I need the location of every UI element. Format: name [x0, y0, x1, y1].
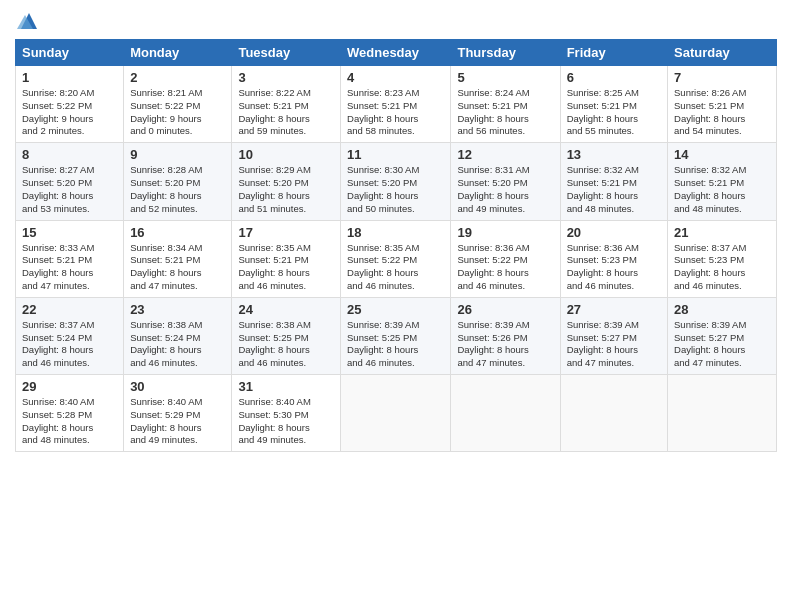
day-number: 14	[674, 147, 770, 162]
day-info: Sunrise: 8:20 AM Sunset: 5:22 PM Dayligh…	[22, 87, 117, 138]
day-number: 2	[130, 70, 225, 85]
calendar-week-row: 1Sunrise: 8:20 AM Sunset: 5:22 PM Daylig…	[16, 66, 777, 143]
day-number: 11	[347, 147, 444, 162]
day-info: Sunrise: 8:40 AM Sunset: 5:28 PM Dayligh…	[22, 396, 117, 447]
col-header-sunday: Sunday	[16, 40, 124, 66]
header	[15, 10, 777, 31]
day-info: Sunrise: 8:39 AM Sunset: 5:27 PM Dayligh…	[567, 319, 661, 370]
calendar-cell: 5Sunrise: 8:24 AM Sunset: 5:21 PM Daylig…	[451, 66, 560, 143]
calendar-week-row: 8Sunrise: 8:27 AM Sunset: 5:20 PM Daylig…	[16, 143, 777, 220]
calendar-cell: 9Sunrise: 8:28 AM Sunset: 5:20 PM Daylig…	[124, 143, 232, 220]
day-number: 12	[457, 147, 553, 162]
calendar-cell: 20Sunrise: 8:36 AM Sunset: 5:23 PM Dayli…	[560, 220, 667, 297]
calendar-cell: 27Sunrise: 8:39 AM Sunset: 5:27 PM Dayli…	[560, 297, 667, 374]
day-number: 18	[347, 225, 444, 240]
day-info: Sunrise: 8:25 AM Sunset: 5:21 PM Dayligh…	[567, 87, 661, 138]
calendar-cell: 23Sunrise: 8:38 AM Sunset: 5:24 PM Dayli…	[124, 297, 232, 374]
col-header-wednesday: Wednesday	[341, 40, 451, 66]
calendar-header-row: SundayMondayTuesdayWednesdayThursdayFrid…	[16, 40, 777, 66]
calendar-cell: 3Sunrise: 8:22 AM Sunset: 5:21 PM Daylig…	[232, 66, 341, 143]
col-header-tuesday: Tuesday	[232, 40, 341, 66]
day-info: Sunrise: 8:38 AM Sunset: 5:24 PM Dayligh…	[130, 319, 225, 370]
calendar-cell: 30Sunrise: 8:40 AM Sunset: 5:29 PM Dayli…	[124, 375, 232, 452]
day-info: Sunrise: 8:34 AM Sunset: 5:21 PM Dayligh…	[130, 242, 225, 293]
day-number: 16	[130, 225, 225, 240]
day-number: 30	[130, 379, 225, 394]
col-header-monday: Monday	[124, 40, 232, 66]
day-number: 28	[674, 302, 770, 317]
calendar-cell: 17Sunrise: 8:35 AM Sunset: 5:21 PM Dayli…	[232, 220, 341, 297]
day-number: 8	[22, 147, 117, 162]
col-header-friday: Friday	[560, 40, 667, 66]
day-number: 6	[567, 70, 661, 85]
day-number: 31	[238, 379, 334, 394]
day-number: 5	[457, 70, 553, 85]
day-info: Sunrise: 8:22 AM Sunset: 5:21 PM Dayligh…	[238, 87, 334, 138]
col-header-thursday: Thursday	[451, 40, 560, 66]
calendar-cell: 21Sunrise: 8:37 AM Sunset: 5:23 PM Dayli…	[668, 220, 777, 297]
day-info: Sunrise: 8:37 AM Sunset: 5:24 PM Dayligh…	[22, 319, 117, 370]
day-info: Sunrise: 8:35 AM Sunset: 5:21 PM Dayligh…	[238, 242, 334, 293]
calendar-cell: 26Sunrise: 8:39 AM Sunset: 5:26 PM Dayli…	[451, 297, 560, 374]
day-number: 9	[130, 147, 225, 162]
calendar-cell: 10Sunrise: 8:29 AM Sunset: 5:20 PM Dayli…	[232, 143, 341, 220]
calendar-cell: 22Sunrise: 8:37 AM Sunset: 5:24 PM Dayli…	[16, 297, 124, 374]
calendar-week-row: 22Sunrise: 8:37 AM Sunset: 5:24 PM Dayli…	[16, 297, 777, 374]
day-info: Sunrise: 8:37 AM Sunset: 5:23 PM Dayligh…	[674, 242, 770, 293]
day-info: Sunrise: 8:26 AM Sunset: 5:21 PM Dayligh…	[674, 87, 770, 138]
calendar: SundayMondayTuesdayWednesdayThursdayFrid…	[15, 39, 777, 452]
calendar-cell	[668, 375, 777, 452]
day-number: 19	[457, 225, 553, 240]
day-number: 27	[567, 302, 661, 317]
calendar-cell: 28Sunrise: 8:39 AM Sunset: 5:27 PM Dayli…	[668, 297, 777, 374]
day-info: Sunrise: 8:39 AM Sunset: 5:26 PM Dayligh…	[457, 319, 553, 370]
calendar-cell: 2Sunrise: 8:21 AM Sunset: 5:22 PM Daylig…	[124, 66, 232, 143]
calendar-cell: 14Sunrise: 8:32 AM Sunset: 5:21 PM Dayli…	[668, 143, 777, 220]
day-number: 10	[238, 147, 334, 162]
logo	[15, 10, 41, 31]
day-number: 23	[130, 302, 225, 317]
day-info: Sunrise: 8:27 AM Sunset: 5:20 PM Dayligh…	[22, 164, 117, 215]
calendar-cell	[341, 375, 451, 452]
calendar-cell: 31Sunrise: 8:40 AM Sunset: 5:30 PM Dayli…	[232, 375, 341, 452]
calendar-cell	[560, 375, 667, 452]
calendar-cell: 25Sunrise: 8:39 AM Sunset: 5:25 PM Dayli…	[341, 297, 451, 374]
day-info: Sunrise: 8:39 AM Sunset: 5:25 PM Dayligh…	[347, 319, 444, 370]
calendar-cell	[451, 375, 560, 452]
day-info: Sunrise: 8:32 AM Sunset: 5:21 PM Dayligh…	[674, 164, 770, 215]
calendar-week-row: 15Sunrise: 8:33 AM Sunset: 5:21 PM Dayli…	[16, 220, 777, 297]
col-header-saturday: Saturday	[668, 40, 777, 66]
day-info: Sunrise: 8:30 AM Sunset: 5:20 PM Dayligh…	[347, 164, 444, 215]
calendar-cell: 8Sunrise: 8:27 AM Sunset: 5:20 PM Daylig…	[16, 143, 124, 220]
day-number: 22	[22, 302, 117, 317]
logo-icon	[17, 11, 41, 31]
day-info: Sunrise: 8:36 AM Sunset: 5:22 PM Dayligh…	[457, 242, 553, 293]
day-number: 17	[238, 225, 334, 240]
day-number: 1	[22, 70, 117, 85]
day-number: 15	[22, 225, 117, 240]
day-info: Sunrise: 8:31 AM Sunset: 5:20 PM Dayligh…	[457, 164, 553, 215]
day-info: Sunrise: 8:24 AM Sunset: 5:21 PM Dayligh…	[457, 87, 553, 138]
day-number: 25	[347, 302, 444, 317]
calendar-cell: 16Sunrise: 8:34 AM Sunset: 5:21 PM Dayli…	[124, 220, 232, 297]
calendar-cell: 15Sunrise: 8:33 AM Sunset: 5:21 PM Dayli…	[16, 220, 124, 297]
calendar-week-row: 29Sunrise: 8:40 AM Sunset: 5:28 PM Dayli…	[16, 375, 777, 452]
day-info: Sunrise: 8:39 AM Sunset: 5:27 PM Dayligh…	[674, 319, 770, 370]
day-info: Sunrise: 8:38 AM Sunset: 5:25 PM Dayligh…	[238, 319, 334, 370]
calendar-cell: 29Sunrise: 8:40 AM Sunset: 5:28 PM Dayli…	[16, 375, 124, 452]
day-info: Sunrise: 8:29 AM Sunset: 5:20 PM Dayligh…	[238, 164, 334, 215]
calendar-cell: 12Sunrise: 8:31 AM Sunset: 5:20 PM Dayli…	[451, 143, 560, 220]
page: SundayMondayTuesdayWednesdayThursdayFrid…	[0, 0, 792, 612]
calendar-cell: 11Sunrise: 8:30 AM Sunset: 5:20 PM Dayli…	[341, 143, 451, 220]
day-info: Sunrise: 8:32 AM Sunset: 5:21 PM Dayligh…	[567, 164, 661, 215]
day-number: 3	[238, 70, 334, 85]
day-number: 21	[674, 225, 770, 240]
day-number: 20	[567, 225, 661, 240]
day-info: Sunrise: 8:40 AM Sunset: 5:30 PM Dayligh…	[238, 396, 334, 447]
day-info: Sunrise: 8:40 AM Sunset: 5:29 PM Dayligh…	[130, 396, 225, 447]
calendar-cell: 1Sunrise: 8:20 AM Sunset: 5:22 PM Daylig…	[16, 66, 124, 143]
day-number: 29	[22, 379, 117, 394]
day-number: 24	[238, 302, 334, 317]
calendar-cell: 4Sunrise: 8:23 AM Sunset: 5:21 PM Daylig…	[341, 66, 451, 143]
day-info: Sunrise: 8:36 AM Sunset: 5:23 PM Dayligh…	[567, 242, 661, 293]
